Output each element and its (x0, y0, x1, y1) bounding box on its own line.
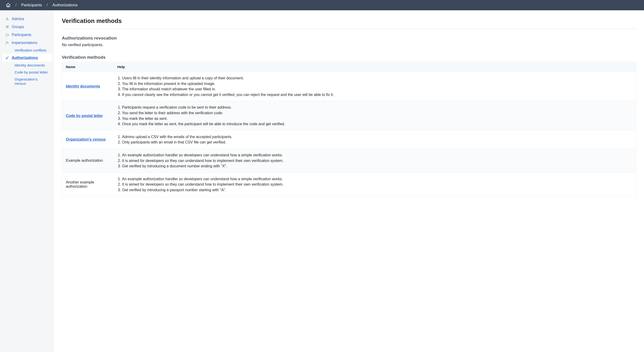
breadcrumb-separator: / (16, 3, 16, 7)
method-step: Get verified by introducing a passport n… (122, 187, 632, 193)
method-help-cell: Participants request a verification code… (114, 101, 636, 130)
user-icon (5, 17, 9, 21)
sidebar-item-label: Organization's census (14, 77, 49, 86)
col-header-name: Name (62, 62, 114, 72)
table-row: Another example authorizationAn example … (62, 173, 636, 196)
method-name: Example authorization (66, 158, 103, 162)
revocation-text: No verified participants. (62, 43, 636, 47)
home-icon[interactable] (6, 2, 11, 8)
handshake-icon (5, 33, 9, 37)
sidebar-item-label: Code by postal letter (14, 70, 48, 74)
method-step: If you cannot clearly see the informatio… (122, 92, 632, 97)
method-steps: Admins upload a CSV with the emails of t… (117, 134, 632, 145)
method-name-cell: Another example authorization (62, 173, 114, 196)
method-link[interactable]: Code by postal letter (66, 114, 103, 118)
divider (62, 29, 636, 29)
svg-rect-0 (8, 5, 9, 7)
revocation-heading: Authorizations revocation (62, 35, 636, 41)
sidebar-item-code-by-postal-letter[interactable]: Code by postal letter (12, 69, 52, 76)
breadcrumb-participants[interactable]: Participants (21, 3, 42, 7)
table-row: Example authorizationAn example authoriz… (62, 149, 636, 173)
breadcrumb: / Participants / Authorizations (0, 0, 644, 10)
method-step: Once you mark the letter as sent, the pa… (122, 121, 632, 127)
method-step: You mark the letter as sent. (122, 116, 632, 121)
sidebar-item-identity-documents[interactable]: Identity documents (12, 62, 52, 69)
method-steps: Users fill in their identity information… (117, 76, 632, 97)
method-steps: An example authorization handler so deve… (117, 176, 632, 193)
method-name-cell: Identity documents (62, 72, 114, 101)
key-icon (5, 56, 9, 60)
sidebar-item-groups[interactable]: Groups (2, 23, 52, 31)
method-step: You fill in the information present in t… (122, 81, 632, 86)
user-plus-icon (5, 41, 9, 45)
method-step: It is aimed for developers so they can u… (122, 182, 632, 187)
users-icon (5, 25, 9, 29)
method-name-cell: Organization's census (62, 131, 114, 149)
col-header-help: Help (114, 62, 636, 72)
method-name: Another example authorization (66, 180, 94, 188)
sidebar-item-label: Groups (12, 25, 24, 29)
sidebar-item-label: Verification conflicts (14, 48, 46, 52)
svg-point-4 (6, 42, 8, 43)
method-link[interactable]: Organization's census (66, 137, 106, 141)
sidebar-item-label: Participants (12, 33, 32, 37)
sidebar-item-impersonations[interactable]: Impersonations (2, 39, 52, 47)
sidebar-item-organizations-census[interactable]: Organization's census (12, 76, 52, 87)
svg-point-1 (6, 18, 8, 19)
method-help-cell: An example authorization handler so deve… (114, 173, 636, 196)
page-title: Verification methods (62, 17, 636, 24)
method-step: Only participants with an email in that … (122, 140, 632, 145)
method-step: An example authorization handler so deve… (122, 153, 632, 158)
breadcrumb-separator: / (46, 3, 48, 7)
table-row: Code by postal letterParticipants reques… (62, 101, 636, 130)
table-row: Identity documentsUsers fill in their id… (62, 72, 636, 101)
method-step: Admins upload a CSV with the emails of t… (122, 134, 632, 139)
sidebar: Admins Groups Participants Impersonation… (0, 10, 54, 352)
method-step: Participants request a verification code… (122, 105, 632, 110)
breadcrumb-authorizations: Authorizations (52, 3, 78, 7)
table-row: Organization's censusAdmins upload a CSV… (62, 131, 636, 149)
sidebar-item-participants[interactable]: Participants (2, 31, 52, 39)
method-step: It is aimed for developers so they can u… (122, 158, 632, 163)
sidebar-item-admins[interactable]: Admins (2, 15, 52, 23)
svg-point-5 (6, 58, 7, 59)
sidebar-item-label: Impersonations (12, 41, 37, 45)
main-content: Verification methods Authorizations revo… (54, 10, 644, 352)
method-step: Get verified by introducing a document n… (122, 164, 632, 169)
sidebar-item-label: Authorizations (12, 56, 38, 60)
verification-methods-table: Name Help Identity documentsUsers fill i… (62, 62, 636, 197)
method-step: The information should match whatever th… (122, 87, 632, 92)
method-help-cell: Admins upload a CSV with the emails of t… (114, 131, 636, 149)
svg-point-3 (8, 26, 8, 27)
sidebar-item-label: Admins (12, 17, 24, 21)
sidebar-item-label: Identity documents (14, 63, 45, 67)
method-steps: Participants request a verification code… (117, 105, 632, 126)
method-help-cell: Users fill in their identity information… (114, 72, 636, 101)
method-link[interactable]: Identity documents (66, 84, 100, 88)
sidebar-item-authorizations[interactable]: Authorizations (2, 54, 52, 62)
method-name-cell: Example authorization (62, 149, 114, 173)
sidebar-item-verification-conflicts[interactable]: Verification conflicts (12, 47, 52, 54)
method-steps: An example authorization handler so deve… (117, 153, 632, 169)
method-step: Users fill in their identity information… (122, 76, 632, 81)
method-step: You send the letter to their address wit… (122, 110, 632, 116)
method-help-cell: An example authorization handler so deve… (114, 149, 636, 173)
method-step: An example authorization handler so deve… (122, 176, 632, 182)
method-name-cell: Code by postal letter (62, 101, 114, 130)
methods-heading: Verification methods (62, 55, 636, 60)
svg-point-2 (6, 26, 8, 27)
